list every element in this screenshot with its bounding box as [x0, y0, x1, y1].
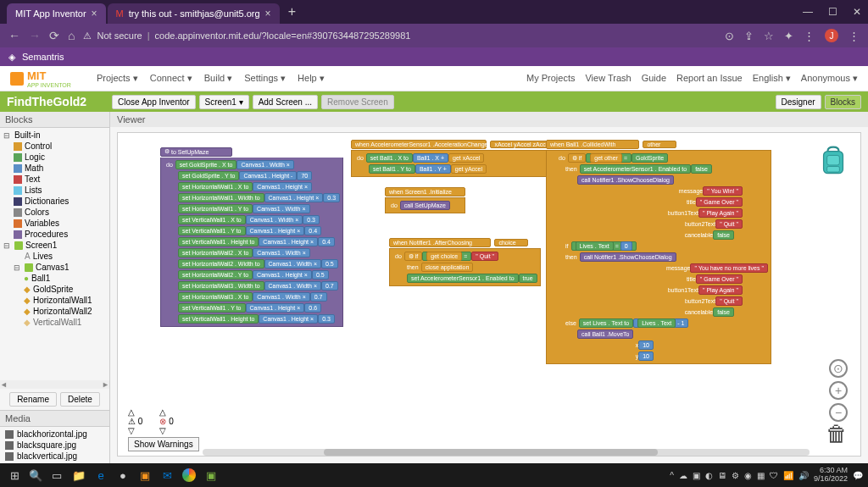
browser-tab-active[interactable]: MIT App Inventor × — [7, 3, 106, 24]
collapse-icon[interactable]: ⊟ — [3, 241, 12, 250]
menu-help[interactable]: Help ▾ — [298, 73, 325, 84]
blocks-canvas[interactable]: ⚙ to SetUpMaze doset GoldSprite . X toCa… — [117, 132, 861, 457]
menu-icon[interactable]: ⋮ — [804, 30, 815, 42]
add-screen-button[interactable]: Add Screen ... — [253, 95, 318, 109]
browser-tab[interactable]: M try this out - smithjas@unit5.org × — [108, 3, 280, 24]
tree-lives[interactable]: ALives — [3, 251, 106, 262]
chrome-icon[interactable] — [180, 466, 198, 484]
menu-connect[interactable]: Connect ▾ — [150, 73, 192, 84]
event-ball-collided[interactable]: when Ball1 .CollidedWith other do⚙ ifget… — [546, 135, 771, 364]
cat-colors[interactable]: Colors — [3, 207, 106, 218]
close-icon[interactable]: × — [92, 8, 97, 19]
screen-selector[interactable]: Screen1 ▾ — [199, 95, 249, 109]
tray-icon[interactable]: ◉ — [744, 471, 752, 480]
trash-icon[interactable]: 🗑 — [826, 421, 848, 447]
media-item[interactable]: blackhorizontal.jpg — [5, 429, 104, 440]
tree-hwall2[interactable]: ◆HorizontalWall2 — [3, 306, 106, 317]
back-icon[interactable]: ← — [8, 29, 20, 42]
tree-screen1[interactable]: ⊟Screen1 — [3, 240, 106, 251]
extensions-icon[interactable]: ✦ — [784, 30, 793, 42]
error-triangle-icon[interactable]: △⊗ 0▽ — [159, 407, 173, 435]
cat-control[interactable]: Control — [3, 141, 106, 152]
tree-builtin[interactable]: ⊟Built-in — [3, 130, 106, 141]
tree-hwall1[interactable]: ◆HorizontalWall1 — [3, 295, 106, 306]
procedure-setup-maze[interactable]: ⚙ to SetUpMaze doset GoldSprite . X toCa… — [160, 141, 343, 327]
tree-ball1[interactable]: ●Ball1 — [3, 273, 106, 284]
scrollbar-thumb[interactable] — [324, 449, 658, 456]
menu-settings[interactable]: Settings ▾ — [244, 73, 286, 84]
cat-lists[interactable]: Lists — [3, 185, 106, 196]
cat-procedures[interactable]: Procedures — [3, 229, 106, 240]
tray-icon[interactable]: ☁ — [679, 471, 687, 480]
designer-button[interactable]: Designer — [776, 95, 821, 109]
user-avatar[interactable]: J — [825, 29, 838, 42]
tray-icon[interactable]: ◐ — [705, 471, 713, 480]
menu-projects[interactable]: Projects ▾ — [97, 73, 138, 84]
new-tab-button[interactable]: + — [281, 4, 303, 19]
close-app-inventor-button[interactable]: Close App Inventor — [112, 95, 196, 109]
show-warnings-button[interactable]: Show Warnings — [128, 437, 199, 451]
delete-button[interactable]: Delete — [60, 392, 100, 407]
menu-build[interactable]: Build ▾ — [204, 73, 233, 84]
tree-vwall1[interactable]: ◆VerticalWall1 — [3, 317, 106, 328]
event-notifier-afterchoosing[interactable]: when Notifier1 .AfterChoosing choice do⚙… — [389, 233, 541, 286]
blocks-button[interactable]: Blocks — [825, 95, 861, 109]
rename-button[interactable]: Rename — [9, 392, 57, 407]
link-guide[interactable]: Guide — [642, 73, 666, 84]
search-icon[interactable]: ⊙ — [725, 30, 734, 42]
home-icon[interactable]: ⌂ — [68, 29, 75, 42]
mail-icon[interactable]: ✉ — [158, 466, 176, 484]
clock[interactable]: 6:30 AM 9/16/2022 — [814, 467, 848, 484]
link-my-projects[interactable]: My Projects — [526, 73, 575, 84]
notifications-icon[interactable]: 💬 — [853, 471, 863, 480]
logo[interactable]: MIT APP INVENTOR — [10, 69, 71, 88]
tray-chevron-icon[interactable]: ^ — [670, 471, 674, 480]
task-view-icon[interactable]: ▭ — [47, 466, 66, 484]
tray-icon[interactable]: 🛡 — [770, 471, 778, 480]
reload-icon[interactable]: ⟳ — [49, 29, 59, 42]
media-item[interactable]: blackvertical.jpg — [5, 451, 104, 462]
zoom-in-icon[interactable]: + — [829, 381, 848, 400]
menu-language[interactable]: English ▾ — [753, 73, 791, 84]
tray-icon[interactable]: ▣ — [693, 471, 700, 480]
warning-triangle-icon[interactable]: △⚠ 0▽ — [128, 407, 142, 435]
tray-icon[interactable]: ⚙ — [732, 471, 739, 480]
cat-variables[interactable]: Variables — [3, 218, 106, 229]
menu-user[interactable]: Anonymous ▾ — [801, 73, 858, 84]
close-icon[interactable]: ✕ — [853, 6, 861, 18]
search-icon[interactable]: 🔍 — [27, 466, 44, 484]
start-icon[interactable]: ⊞ — [5, 466, 24, 484]
app-icon[interactable]: ▣ — [136, 466, 154, 484]
collapse-icon[interactable]: ⊟ — [14, 263, 22, 272]
bookmark-item[interactable]: Semantris — [22, 52, 64, 62]
volume-icon[interactable]: 🔊 — [798, 471, 809, 480]
tree-canvas1[interactable]: ⊟Canvas1 — [3, 262, 106, 273]
link-view-trash[interactable]: View Trash — [585, 73, 631, 84]
media-item[interactable]: blacksquare.jpg — [5, 440, 104, 451]
edge-icon[interactable]: e — [92, 466, 110, 484]
tree-goldsprite[interactable]: ◆GoldSprite — [3, 284, 106, 295]
file-explorer-icon[interactable]: 📁 — [70, 466, 88, 484]
horizontal-scrollbar[interactable]: ◄► — [0, 380, 109, 389]
cat-text[interactable]: Text — [3, 174, 106, 185]
remove-screen-button[interactable]: Remove Screen — [321, 95, 394, 109]
link-report[interactable]: Report an Issue — [676, 73, 743, 84]
cat-logic[interactable]: Logic — [3, 152, 106, 163]
maximize-icon[interactable]: ☐ — [828, 6, 837, 18]
cat-math[interactable]: Math — [3, 163, 106, 174]
minimize-icon[interactable]: — — [803, 6, 813, 18]
wifi-icon[interactable]: 📶 — [783, 471, 793, 480]
star-icon[interactable]: ☆ — [764, 30, 774, 42]
address-bar[interactable]: ⚠ Not secure | code.appinventor.mit.edu/… — [83, 30, 716, 42]
app-icon[interactable]: ● — [114, 466, 132, 484]
event-screen-initialize[interactable]: when Screen1 .Initialize docall SetUpMaz… — [385, 182, 465, 213]
block-proc-def[interactable]: ⚙ to SetUpMaze — [160, 147, 232, 157]
close-icon[interactable]: × — [265, 8, 271, 19]
horizontal-scrollbar[interactable] — [203, 449, 810, 456]
tray-icon[interactable]: ▦ — [757, 471, 765, 480]
event-accelerometer[interactable]: when AccelerometerSensor1 .AccelerationC… — [351, 135, 575, 177]
collapse-icon[interactable]: ⊟ — [3, 131, 12, 140]
tray-icon[interactable]: 🖥 — [718, 471, 726, 480]
backpack-icon[interactable] — [819, 146, 848, 176]
kebab-icon[interactable]: ⋮ — [849, 30, 860, 42]
